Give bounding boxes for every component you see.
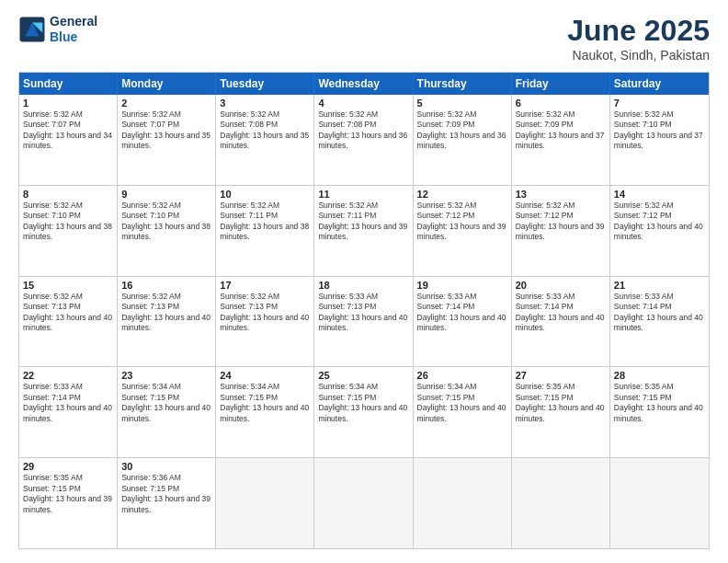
calendar-cell: 10Sunrise: 5:32 AMSunset: 7:11 PMDayligh… [216, 186, 314, 276]
cell-info: Sunrise: 5:32 AMSunset: 7:09 PMDaylight:… [516, 109, 606, 152]
header-day-monday: Monday [118, 73, 216, 95]
day-number: 27 [516, 370, 606, 381]
location: Naukot, Sindh, Pakistan [567, 48, 710, 63]
calendar-cell: 19Sunrise: 5:33 AMSunset: 7:14 PMDayligh… [414, 277, 512, 367]
day-number: 30 [121, 461, 211, 472]
calendar-cell: 24Sunrise: 5:34 AMSunset: 7:15 PMDayligh… [216, 367, 314, 457]
header-day-thursday: Thursday [414, 73, 512, 95]
cell-info: Sunrise: 5:35 AMSunset: 7:15 PMDaylight:… [614, 382, 705, 424]
cell-info: Sunrise: 5:33 AMSunset: 7:14 PMDaylight:… [516, 292, 606, 334]
cell-info: Sunrise: 5:32 AMSunset: 7:12 PMDaylight:… [516, 201, 606, 243]
cell-info: Sunrise: 5:33 AMSunset: 7:13 PMDaylight:… [318, 292, 408, 334]
calendar-cell: 2Sunrise: 5:32 AMSunset: 7:07 PMDaylight… [118, 95, 216, 185]
day-number: 13 [516, 189, 606, 200]
cell-info: Sunrise: 5:32 AMSunset: 7:12 PMDaylight:… [417, 201, 507, 243]
cell-info: Sunrise: 5:34 AMSunset: 7:15 PMDaylight:… [121, 382, 211, 424]
cell-info: Sunrise: 5:32 AMSunset: 7:10 PMDaylight:… [614, 109, 705, 152]
day-number: 2 [121, 98, 211, 109]
calendar-cell: 5Sunrise: 5:32 AMSunset: 7:09 PMDaylight… [414, 95, 512, 185]
day-number: 28 [614, 370, 705, 381]
cell-info: Sunrise: 5:32 AMSunset: 7:10 PMDaylight:… [23, 201, 113, 243]
cell-info: Sunrise: 5:36 AMSunset: 7:15 PMDaylight:… [121, 473, 211, 515]
calendar: SundayMondayTuesdayWednesdayThursdayFrid… [18, 72, 710, 549]
header-day-sunday: Sunday [19, 73, 118, 95]
day-number: 25 [318, 370, 408, 381]
header-day-wednesday: Wednesday [314, 73, 413, 95]
cell-info: Sunrise: 5:34 AMSunset: 7:15 PMDaylight:… [318, 382, 408, 424]
calendar-cell: 13Sunrise: 5:32 AMSunset: 7:12 PMDayligh… [512, 186, 610, 276]
cell-info: Sunrise: 5:32 AMSunset: 7:08 PMDaylight:… [220, 109, 310, 152]
calendar-cell [414, 458, 512, 548]
calendar-cell: 20Sunrise: 5:33 AMSunset: 7:14 PMDayligh… [512, 277, 610, 367]
calendar-cell: 26Sunrise: 5:34 AMSunset: 7:15 PMDayligh… [414, 367, 512, 457]
calendar-cell: 17Sunrise: 5:32 AMSunset: 7:13 PMDayligh… [216, 277, 314, 367]
calendar-cell: 8Sunrise: 5:32 AMSunset: 7:10 PMDaylight… [19, 186, 118, 276]
day-number: 24 [220, 370, 310, 381]
cell-info: Sunrise: 5:33 AMSunset: 7:14 PMDaylight:… [614, 292, 705, 334]
cell-info: Sunrise: 5:32 AMSunset: 7:12 PMDaylight:… [614, 201, 705, 243]
cell-info: Sunrise: 5:35 AMSunset: 7:15 PMDaylight:… [23, 473, 113, 515]
calendar-cell: 1Sunrise: 5:32 AMSunset: 7:07 PMDaylight… [19, 95, 118, 185]
calendar-body: 1Sunrise: 5:32 AMSunset: 7:07 PMDaylight… [19, 95, 709, 548]
cell-info: Sunrise: 5:32 AMSunset: 7:11 PMDaylight:… [220, 201, 310, 243]
calendar-cell: 12Sunrise: 5:32 AMSunset: 7:12 PMDayligh… [414, 186, 512, 276]
cell-info: Sunrise: 5:34 AMSunset: 7:15 PMDaylight:… [220, 382, 310, 424]
calendar-cell: 21Sunrise: 5:33 AMSunset: 7:14 PMDayligh… [610, 277, 709, 367]
month-title: June 2025 [567, 14, 710, 48]
calendar-row: 29Sunrise: 5:35 AMSunset: 7:15 PMDayligh… [19, 458, 709, 548]
calendar-cell: 29Sunrise: 5:35 AMSunset: 7:15 PMDayligh… [19, 458, 118, 548]
calendar-cell: 14Sunrise: 5:32 AMSunset: 7:12 PMDayligh… [610, 186, 709, 276]
calendar-cell: 25Sunrise: 5:34 AMSunset: 7:15 PMDayligh… [314, 367, 413, 457]
day-number: 1 [23, 98, 113, 109]
calendar-cell: 30Sunrise: 5:36 AMSunset: 7:15 PMDayligh… [118, 458, 216, 548]
day-number: 9 [121, 189, 211, 200]
cell-info: Sunrise: 5:32 AMSunset: 7:13 PMDaylight:… [220, 292, 310, 334]
cell-info: Sunrise: 5:32 AMSunset: 7:07 PMDaylight:… [121, 109, 211, 152]
day-number: 20 [516, 280, 606, 291]
calendar-cell: 15Sunrise: 5:32 AMSunset: 7:13 PMDayligh… [19, 277, 118, 367]
page: General Blue June 2025 Naukot, Sindh, Pa… [0, 0, 728, 563]
calendar-cell: 22Sunrise: 5:33 AMSunset: 7:14 PMDayligh… [19, 367, 118, 457]
day-number: 3 [220, 98, 310, 109]
cell-info: Sunrise: 5:32 AMSunset: 7:09 PMDaylight:… [417, 109, 507, 152]
calendar-cell: 11Sunrise: 5:32 AMSunset: 7:11 PMDayligh… [314, 186, 413, 276]
calendar-cell: 23Sunrise: 5:34 AMSunset: 7:15 PMDayligh… [118, 367, 216, 457]
day-number: 26 [417, 370, 507, 381]
cell-info: Sunrise: 5:34 AMSunset: 7:15 PMDaylight:… [417, 382, 507, 424]
calendar-row: 1Sunrise: 5:32 AMSunset: 7:07 PMDaylight… [19, 95, 709, 186]
calendar-header: SundayMondayTuesdayWednesdayThursdayFrid… [19, 73, 709, 95]
day-number: 22 [23, 370, 113, 381]
calendar-cell: 9Sunrise: 5:32 AMSunset: 7:10 PMDaylight… [118, 186, 216, 276]
day-number: 14 [614, 189, 705, 200]
header: General Blue June 2025 Naukot, Sindh, Pa… [18, 14, 710, 63]
cell-info: Sunrise: 5:35 AMSunset: 7:15 PMDaylight:… [516, 382, 606, 424]
day-number: 17 [220, 280, 310, 291]
header-day-friday: Friday [512, 73, 610, 95]
cell-info: Sunrise: 5:32 AMSunset: 7:11 PMDaylight:… [318, 201, 408, 243]
day-number: 5 [417, 98, 507, 109]
cell-info: Sunrise: 5:32 AMSunset: 7:13 PMDaylight:… [23, 292, 113, 334]
cell-info: Sunrise: 5:33 AMSunset: 7:14 PMDaylight:… [417, 292, 507, 334]
calendar-cell [610, 458, 709, 548]
calendar-cell: 7Sunrise: 5:32 AMSunset: 7:10 PMDaylight… [610, 95, 709, 185]
day-number: 4 [318, 98, 408, 109]
day-number: 12 [417, 189, 507, 200]
calendar-cell: 27Sunrise: 5:35 AMSunset: 7:15 PMDayligh… [512, 367, 610, 457]
day-number: 10 [220, 189, 310, 200]
day-number: 23 [121, 370, 211, 381]
calendar-cell: 28Sunrise: 5:35 AMSunset: 7:15 PMDayligh… [610, 367, 709, 457]
calendar-cell: 18Sunrise: 5:33 AMSunset: 7:13 PMDayligh… [314, 277, 413, 367]
day-number: 16 [121, 280, 211, 291]
calendar-cell: 6Sunrise: 5:32 AMSunset: 7:09 PMDaylight… [512, 95, 610, 185]
calendar-cell: 16Sunrise: 5:32 AMSunset: 7:13 PMDayligh… [118, 277, 216, 367]
cell-info: Sunrise: 5:32 AMSunset: 7:13 PMDaylight:… [121, 292, 211, 334]
calendar-row: 15Sunrise: 5:32 AMSunset: 7:13 PMDayligh… [19, 277, 709, 368]
calendar-cell [216, 458, 314, 548]
day-number: 15 [23, 280, 113, 291]
day-number: 11 [318, 189, 408, 200]
cell-info: Sunrise: 5:32 AMSunset: 7:10 PMDaylight:… [121, 201, 211, 243]
logo-icon [18, 16, 46, 43]
day-number: 18 [318, 280, 408, 291]
day-number: 21 [614, 280, 705, 291]
logo-text: General Blue [50, 14, 97, 45]
